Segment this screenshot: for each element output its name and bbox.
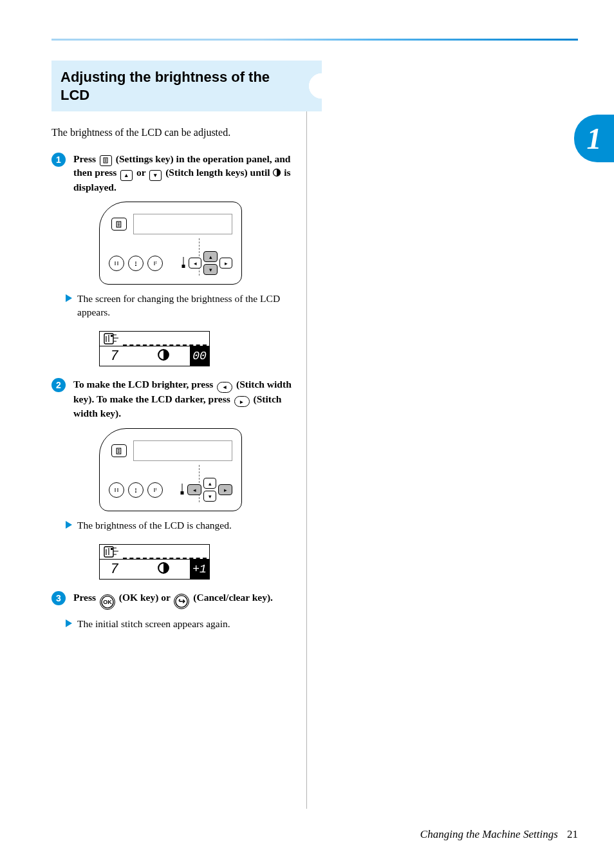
panel2-btn-tension-icon xyxy=(128,482,144,498)
panel-up-key: ▴ xyxy=(203,251,218,262)
lcd-readout-2: 7 +1 xyxy=(99,544,210,580)
svg-point-12 xyxy=(135,265,136,266)
lcd1-right-value: 00 xyxy=(190,346,209,366)
result-arrow3-icon xyxy=(66,619,72,627)
chapter-tab: 1 xyxy=(574,115,614,162)
result-arrow2-icon xyxy=(66,521,72,529)
main-column: Adjusting the brightness of the LCD The … xyxy=(51,61,300,643)
step-1-text: Press (Settings key) in the operation pa… xyxy=(73,153,291,193)
step-3-text: Press OK (OK key) or ↩ (Cancel/clear key… xyxy=(73,592,273,603)
lcd2-segment-value: 7 xyxy=(110,561,118,578)
footer-page-number: 21 xyxy=(567,828,578,840)
step-1-number: 1 xyxy=(51,153,66,167)
panel-settings-key-icon xyxy=(111,218,127,231)
chapter-number: 1 xyxy=(587,122,602,156)
svg-rect-16 xyxy=(182,265,185,268)
brightness2-icon xyxy=(157,561,170,577)
panel2-down-key: ▾ xyxy=(203,491,216,502)
panel-btn-needle-icon xyxy=(147,256,163,271)
section-heading-box: Adjusting the brightness of the LCD xyxy=(51,61,300,111)
step-2: 2 To make the LCD brighter, press ◂ (Sti… xyxy=(51,378,300,420)
lcd-readout-1: 7 00 xyxy=(99,331,210,366)
lcd2-status-icon xyxy=(104,546,119,560)
panel2-lcd-frame xyxy=(133,440,232,461)
lcd-status-icon xyxy=(104,333,119,347)
heading-corner-decoration xyxy=(270,61,300,111)
settings-key-icon xyxy=(100,155,112,166)
stitch-length-indicator-icon xyxy=(180,256,187,270)
left-key-icon: ◂ xyxy=(217,382,232,393)
panel-down-key: ▾ xyxy=(203,264,218,275)
lcd2-right-value: +1 xyxy=(190,560,209,579)
panel-btn-tension-icon xyxy=(128,256,144,271)
down-key-icon: ▾ xyxy=(149,170,162,181)
panel-btn-stitch-icon xyxy=(109,256,124,271)
ok-key-icon: OK xyxy=(100,594,115,610)
panel2-up-key: ▴ xyxy=(203,478,216,489)
result-arrow-icon xyxy=(66,294,72,302)
panel-right-key: ▸ xyxy=(219,258,232,269)
step-1-result: The screen for changing the brightness o… xyxy=(77,292,300,319)
panel-left-key: ◂ xyxy=(189,258,201,269)
brightness-symbol-icon xyxy=(272,168,281,177)
panel2-right-key: ▸ xyxy=(218,484,232,495)
step-2-result: The brightness of the LCD is changed. xyxy=(77,519,300,533)
svg-rect-33 xyxy=(111,548,113,550)
svg-rect-31 xyxy=(181,491,184,495)
panel2-btn-stitch-icon xyxy=(109,482,124,498)
stitch-length-indicator2-icon xyxy=(179,483,185,497)
step-2-number: 2 xyxy=(51,378,66,392)
step-1: 1 Press (Settings key) in the operation … xyxy=(51,153,300,194)
lcd1-segment-value: 7 xyxy=(110,348,118,364)
svg-point-27 xyxy=(135,491,136,493)
right-key-icon: ▸ xyxy=(234,396,250,407)
page-footer: Changing the Machine Settings 21 xyxy=(420,828,578,841)
panel-figure-2: ◂ ▴ ▾ ▸ xyxy=(99,428,300,511)
panel2-settings-key-icon xyxy=(111,444,127,457)
step-2-text: To make the LCD brighter, press ◂ (Stitc… xyxy=(73,379,292,419)
panel-figure-1: ◂ ▴ ▾ ▸ xyxy=(99,202,300,285)
step-3-number: 3 xyxy=(51,591,66,605)
panel-lcd-frame xyxy=(133,214,232,234)
brightness-icon xyxy=(157,348,170,364)
section-heading: Adjusting the brightness of the LCD xyxy=(60,68,284,104)
panel2-btn-needle-icon xyxy=(147,482,163,498)
step-3-result: The initial stitch screen appears again. xyxy=(77,618,300,631)
step-3: 3 Press OK (OK key) or ↩ (Cancel/clear k… xyxy=(51,591,300,610)
footer-section-title: Changing the Machine Settings xyxy=(420,828,558,840)
top-gradient-rule xyxy=(51,39,578,41)
svg-rect-18 xyxy=(111,335,113,337)
panel2-left-key: ◂ xyxy=(187,484,201,495)
up-key-icon: ▴ xyxy=(120,170,133,181)
cancel-key-icon: ↩ xyxy=(174,594,189,609)
intro-text: The brightness of the LCD can be adjuste… xyxy=(51,127,300,138)
column-divider xyxy=(306,61,307,809)
